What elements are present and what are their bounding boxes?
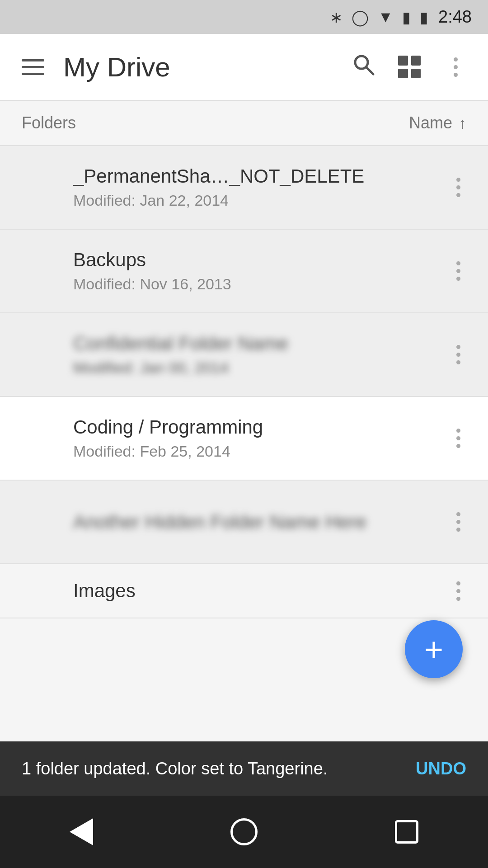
folder-icon	[17, 339, 56, 371]
folder-icon	[17, 172, 56, 203]
more-icon	[456, 429, 460, 448]
folder-icon-wrap	[16, 571, 57, 611]
nav-recents-button[interactable]	[384, 809, 429, 854]
folder-name: _PermanentSha…_NOT_DELETE	[73, 165, 445, 187]
bluetooth-icon: ∗	[330, 8, 343, 26]
search-button[interactable]	[347, 51, 380, 83]
list-item[interactable]: Confidential Folder Name Modified: Jan 0…	[0, 313, 488, 397]
app-bar: My Drive	[0, 34, 488, 101]
bottom-nav	[0, 796, 488, 868]
plus-icon: +	[424, 633, 443, 665]
snackbar: 1 folder updated. Color set to Tangerine…	[0, 741, 488, 796]
status-icons: ∗ ◯ ▼ ▮ ▮	[330, 8, 428, 26]
folder-info: Images	[57, 580, 445, 602]
list-item[interactable]: Another Hidden Folder Name Here	[0, 481, 488, 564]
folder-modified: Modified: Jan 22, 2014	[73, 192, 445, 209]
sort-arrow-icon: ↑	[459, 114, 466, 132]
folder-name: Images	[73, 580, 445, 602]
folder-icon-wrap	[16, 418, 57, 459]
hamburger-icon	[22, 59, 44, 61]
folder-icon-wrap	[16, 167, 57, 208]
folder-icon-wrap	[16, 502, 57, 542]
more-options-button[interactable]	[439, 51, 472, 83]
battery-icon: ▮	[420, 8, 428, 26]
svg-line-1	[366, 67, 373, 74]
folders-label: Folders	[22, 113, 76, 132]
folder-icon-wrap	[16, 251, 57, 292]
more-icon	[456, 345, 460, 364]
more-icon	[454, 57, 458, 77]
app-bar-actions	[347, 51, 472, 83]
folder-modified: Modified: Feb 25, 2014	[73, 443, 445, 460]
more-icon	[456, 581, 460, 601]
grid-icon	[398, 56, 421, 78]
folder-more-button[interactable]	[445, 509, 472, 536]
search-icon	[352, 52, 375, 81]
folder-info: _PermanentSha…_NOT_DELETE Modified: Jan …	[57, 165, 445, 209]
folder-icon	[17, 506, 56, 538]
folder-icon	[17, 255, 56, 287]
folder-info: Another Hidden Folder Name Here	[57, 511, 445, 533]
sort-label: Name	[409, 113, 452, 132]
folder-more-button[interactable]	[445, 425, 472, 452]
list-item-partial[interactable]: Images	[0, 564, 488, 618]
folder-more-button[interactable]	[445, 341, 472, 368]
folder-info: Coding / Programming Modified: Feb 25, 2…	[57, 416, 445, 460]
folder-list: _PermanentSha…_NOT_DELETE Modified: Jan …	[0, 146, 488, 618]
more-icon	[456, 512, 460, 532]
back-icon	[70, 818, 93, 845]
wifi-icon: ▼	[378, 8, 393, 26]
more-icon	[456, 261, 460, 281]
more-icon	[456, 178, 460, 197]
folder-name: Coding / Programming	[73, 416, 445, 438]
recents-icon	[395, 820, 418, 844]
folder-more-button[interactable]	[445, 577, 472, 604]
minus-circle-icon: ◯	[352, 8, 369, 26]
status-bar: ∗ ◯ ▼ ▮ ▮ 2:48	[0, 0, 488, 34]
folder-more-button[interactable]	[445, 258, 472, 285]
status-time: 2:48	[438, 7, 472, 27]
folder-name-blurred: Another Hidden Folder Name Here	[73, 511, 445, 533]
sort-control[interactable]: Name ↑	[409, 113, 466, 132]
create-new-button[interactable]: +	[405, 620, 463, 678]
sim-icon: ▮	[402, 8, 411, 26]
folder-modified: Modified: Nov 16, 2013	[73, 275, 445, 293]
folder-info: Confidential Folder Name Modified: Jan 0…	[57, 333, 445, 377]
grid-view-button[interactable]	[393, 51, 426, 83]
folder-info: Backups Modified: Nov 16, 2013	[57, 249, 445, 293]
list-item[interactable]: Backups Modified: Nov 16, 2013	[0, 230, 488, 313]
folders-section-header: Folders Name ↑	[0, 101, 488, 146]
folder-icon-wrap	[16, 335, 57, 375]
undo-button[interactable]: UNDO	[416, 759, 466, 778]
nav-back-button[interactable]	[59, 809, 104, 854]
folder-icon	[17, 423, 56, 454]
folder-more-button[interactable]	[445, 174, 472, 201]
folder-icon	[17, 575, 56, 607]
folder-name-blurred: Confidential Folder Name	[73, 333, 445, 354]
page-title: My Drive	[63, 52, 347, 83]
hamburger-button[interactable]	[16, 54, 50, 80]
snackbar-message: 1 folder updated. Color set to Tangerine…	[22, 759, 328, 778]
folder-name: Backups	[73, 249, 445, 271]
home-icon	[230, 818, 258, 845]
nav-home-button[interactable]	[221, 809, 267, 854]
folder-modified-blurred: Modified: Jan 00, 2014	[73, 359, 445, 377]
list-item[interactable]: Coding / Programming Modified: Feb 25, 2…	[0, 397, 488, 481]
list-item[interactable]: _PermanentSha…_NOT_DELETE Modified: Jan …	[0, 146, 488, 230]
